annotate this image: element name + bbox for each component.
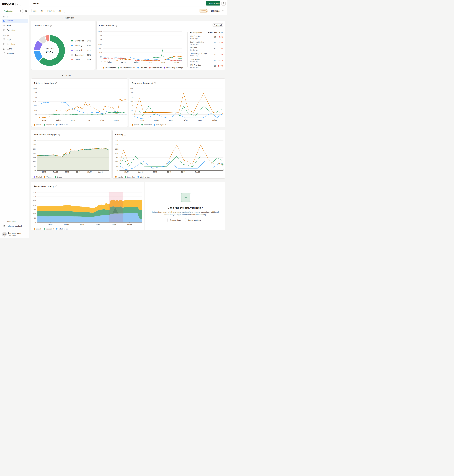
y-tick-label: 25 K — [33, 148, 36, 150]
sdk-requests-legend: StartedQueuedEnded — [34, 176, 62, 178]
environment-filter-button[interactable] — [24, 9, 28, 13]
status-legend-item[interactable]: Completed24% — [71, 40, 91, 42]
series-line-inngestbot — [38, 112, 127, 115]
legend-item[interactable]: github-pr-bot — [154, 124, 166, 126]
legend-label: growth — [36, 228, 41, 230]
y-tick-label: 0 K — [116, 170, 119, 171]
cta-body: Let our team know which charts are most … — [149, 211, 222, 216]
y-tick-label: 100 — [34, 110, 37, 111]
sdk-requests-chart: 0 K5 K10 K15 K20 K25 K30 K35 K18:00Jun 1… — [31, 130, 111, 179]
failed-function-row[interactable]: Onboarding campaign22 mins ago100.5% — [190, 52, 223, 58]
metrics-icon — [3, 20, 6, 22]
apps-filter-value: All — [41, 10, 43, 12]
request-charts-button[interactable]: Request charts — [167, 218, 183, 222]
sidebar-item-integrations[interactable]: Integrations — [2, 219, 28, 223]
failed-runs-count: 40 — [208, 48, 216, 52]
refresh-page-button[interactable]: Refresh page — [206, 1, 220, 6]
failed-function-name: Onboarding campaign — [190, 52, 208, 55]
x-tick-label: 18:00 — [181, 171, 185, 173]
x-tick-label: 06:00 — [153, 171, 157, 173]
y-tick-label: 35 K — [115, 139, 119, 141]
series-line-growth — [120, 145, 224, 165]
legend-item[interactable]: Onboarding campaign — [164, 67, 183, 69]
overview-section-header[interactable]: OVERVIEW — [62, 17, 225, 19]
legend-item[interactable]: Stripe invoice — [149, 67, 162, 69]
legend-dot — [71, 59, 73, 60]
legend-item[interactable]: Ended — [55, 176, 62, 178]
x-tick-label: 18:00 — [48, 223, 53, 225]
failed-function-row[interactable]: Web Analytics35 mins ago501.67% — [190, 64, 223, 70]
failed-functions-card: Failed functions View all 11010010K100K1… — [96, 21, 225, 70]
legend-dot — [149, 67, 151, 68]
legend-item[interactable]: github-pr-bot — [56, 124, 68, 126]
failed-function-row[interactable]: Deploy notification10 mins ago7000.1% — [190, 41, 223, 47]
failed-function-row[interactable]: Stripe invoice25 mins ago600.07% — [190, 58, 223, 64]
functions-filter-label: Functions — [46, 9, 57, 13]
functions-filter[interactable]: Functions All — [46, 9, 65, 13]
page-title: Metrics — [33, 2, 39, 4]
cta-body-line1: Let our team know which charts are most … — [149, 211, 222, 213]
legend-item[interactable]: github-pr-bot — [56, 228, 68, 230]
legend-item[interactable]: inngestbot — [125, 176, 135, 178]
chevron-down-icon — [44, 10, 45, 11]
x-tick-label: 18:00 — [88, 171, 92, 173]
legend-label: growth — [36, 124, 41, 126]
sidebar-item-help[interactable]: Help and feedback — [2, 224, 28, 228]
legend-label: New lead — [140, 67, 147, 69]
sidebar-item-runs[interactable]: Runs — [2, 23, 28, 27]
volume-section-header[interactable]: VOLUME — [62, 75, 225, 76]
legend-item[interactable]: inngestbot — [141, 124, 151, 126]
status-legend-item[interactable]: Failed10% — [71, 59, 91, 61]
section-label: OVERVIEW — [65, 17, 74, 19]
time-range-select[interactable]: 24 hours ago — [209, 9, 225, 13]
legend-dot — [125, 176, 126, 178]
y-tick-label: 1 — [133, 118, 133, 120]
sliders-icon — [25, 10, 27, 12]
failed-function-row[interactable]: New lead20 mins ago400.3% — [190, 47, 223, 52]
sidebar-item-metrics[interactable]: Metrics — [2, 19, 28, 23]
legend-item[interactable]: growth — [115, 176, 123, 178]
sidebar-item-webhooks[interactable]: Webhooks — [2, 51, 28, 56]
y-tick-label: 20 K — [115, 153, 119, 154]
sidebar-item-event-logs[interactable]: Event logs — [2, 28, 28, 32]
y-tick-label: 0 K — [34, 170, 36, 171]
total-runs-legend: growthinngestbotgithub-pr-bot — [34, 124, 68, 126]
legend-item[interactable]: Web Analytics — [103, 67, 116, 69]
limit-exceeded-band — [109, 192, 123, 222]
status-legend-item[interactable]: Queued15% — [71, 49, 91, 51]
account-concurrency-legend: growthinngestbotgithub-pr-bot — [34, 228, 68, 230]
sidebar-item-events[interactable]: Events — [2, 47, 28, 51]
give-feedback-button[interactable]: Give us feedback — [185, 218, 203, 222]
status-legend-item[interactable]: Cancelled10% — [71, 54, 91, 56]
x-tick-label: Jun 20 — [212, 119, 217, 121]
settings-button[interactable] — [221, 1, 226, 6]
area-Ended — [37, 148, 109, 171]
legend-item[interactable]: Deploy notifications — [118, 67, 135, 69]
avatar[interactable]: CN — [2, 232, 7, 237]
legend-item[interactable]: growth — [34, 124, 41, 126]
status-legend-item[interactable]: Running47% — [71, 44, 91, 47]
sidebar-item-apps[interactable]: Apps — [2, 37, 28, 42]
x-tick-label: 06:00 — [169, 119, 173, 121]
environment-select[interactable]: Production — [2, 9, 23, 13]
failed-functions-legend: Web AnalyticsDeploy notificationsNew lea… — [103, 67, 183, 69]
command-k-shortcut[interactable]: K — [15, 3, 21, 6]
legend-percent: 15% — [86, 49, 91, 51]
sidebar-item-functions[interactable]: Functions — [2, 42, 28, 46]
legend-item[interactable]: Started — [34, 176, 42, 178]
series-line-Onboarding campaign — [103, 61, 182, 61]
failed-function-row[interactable]: Web Analytics5 mins ago100.5% — [190, 35, 223, 41]
x-tick-label: Jun 20 — [127, 223, 132, 225]
legend-item[interactable]: Queued — [44, 176, 53, 178]
sidebar-item-label: Webhooks — [7, 52, 15, 55]
legend-item[interactable]: growth — [34, 228, 41, 230]
apps-filter[interactable]: Apps All — [31, 9, 47, 13]
legend-item[interactable]: inngestbot — [44, 124, 54, 126]
legend-item[interactable]: growth — [132, 124, 139, 126]
legend-item[interactable]: New lead — [137, 67, 147, 69]
legend-item[interactable]: inngestbot — [44, 228, 54, 230]
sidebar-item-label: Integrations — [7, 220, 16, 222]
y-tick-label: 5 K — [34, 217, 37, 219]
failed-rate: 0.07% — [216, 59, 223, 64]
legend-item[interactable]: github-pr-bot — [137, 176, 150, 178]
